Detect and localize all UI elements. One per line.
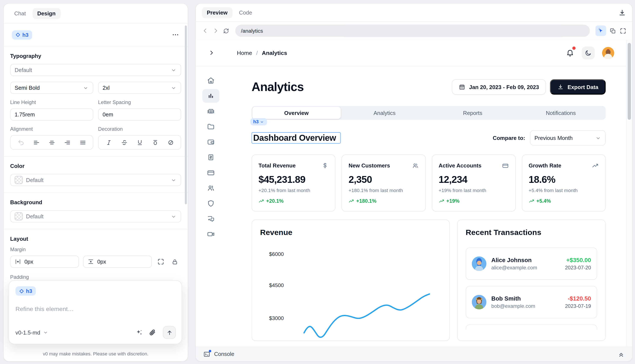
inspected-element-chip[interactable]: h3 bbox=[250, 118, 267, 126]
tab-analytics[interactable]: Analytics bbox=[341, 107, 429, 119]
stat-subtext: +5.4% from last month bbox=[529, 188, 599, 194]
trending-up-icon bbox=[349, 198, 354, 204]
letter-spacing-input[interactable]: 0em bbox=[98, 108, 181, 120]
copy-icon[interactable] bbox=[609, 27, 616, 34]
users-icon bbox=[412, 162, 419, 169]
revenue-chart-title: Revenue bbox=[260, 228, 441, 237]
avatar bbox=[472, 256, 487, 271]
diamond-icon bbox=[19, 288, 24, 294]
margin-x-value: 0px bbox=[24, 259, 33, 265]
sidebar-item-security[interactable] bbox=[202, 196, 219, 210]
preview-scrollbar[interactable] bbox=[626, 40, 632, 347]
font-weight-value: Semi Bold bbox=[15, 85, 40, 91]
transaction-row[interactable]: Alice Johnson alice@example.com +$350.00… bbox=[466, 248, 597, 280]
tab-preview[interactable]: Preview bbox=[202, 7, 232, 18]
font-size-select[interactable]: 2xl bbox=[98, 82, 181, 94]
sidebar-item-invoices[interactable] bbox=[202, 104, 219, 118]
nav-forward-icon[interactable] bbox=[212, 27, 219, 34]
console-bar[interactable]: Console bbox=[196, 347, 632, 361]
credit-card-icon bbox=[207, 169, 215, 177]
font-weight-select[interactable]: Semi Bold bbox=[10, 82, 93, 94]
italic-icon[interactable] bbox=[104, 137, 114, 148]
transaction-email: alice@example.com bbox=[491, 265, 537, 271]
sidebar-item-wallet[interactable] bbox=[202, 135, 219, 149]
send-button[interactable] bbox=[163, 326, 176, 339]
nav-back-icon[interactable] bbox=[201, 27, 209, 34]
font-family-select[interactable]: Default bbox=[10, 64, 181, 76]
inspect-cursor-icon[interactable] bbox=[595, 26, 606, 36]
download-icon[interactable] bbox=[618, 9, 626, 16]
refine-input[interactable]: Refine this element… bbox=[16, 305, 175, 312]
background-value: Default bbox=[26, 214, 43, 220]
margin-lock-icon[interactable] bbox=[170, 258, 180, 265]
console-label: Console bbox=[214, 351, 234, 357]
tab-notifications[interactable]: Notifications bbox=[517, 107, 605, 119]
sidebar-item-files[interactable] bbox=[202, 120, 219, 133]
user-avatar[interactable] bbox=[602, 47, 614, 59]
margin-expand-icon[interactable] bbox=[156, 258, 166, 265]
sparkles-icon[interactable] bbox=[135, 328, 143, 336]
underline-icon[interactable] bbox=[134, 137, 145, 148]
arrow-up-icon bbox=[166, 329, 173, 336]
align-left-icon[interactable] bbox=[31, 137, 42, 148]
chevron-down-icon bbox=[171, 177, 177, 183]
notifications-bell-icon[interactable] bbox=[566, 48, 574, 57]
chevron-down-icon bbox=[260, 120, 264, 124]
url-bar[interactable]: /analytics bbox=[235, 24, 590, 37]
left-panel-scrollbar[interactable] bbox=[185, 26, 187, 204]
sidebar-item-messages[interactable] bbox=[202, 212, 219, 226]
section-title: Dashboard Overview bbox=[253, 133, 336, 143]
selected-heading-outline[interactable]: Dashboard Overview bbox=[252, 132, 341, 144]
fullscreen-icon[interactable] bbox=[619, 27, 626, 34]
sidebar-item-cards[interactable] bbox=[202, 166, 219, 180]
bar-chart-icon bbox=[207, 92, 215, 100]
align-center-icon[interactable] bbox=[46, 137, 57, 148]
dollar-icon bbox=[322, 162, 329, 169]
tab-code[interactable]: Code bbox=[234, 7, 257, 18]
stat-label: Growth Rate bbox=[529, 162, 561, 168]
composer-element-chip[interactable]: h3 bbox=[16, 286, 36, 296]
strikethrough-icon[interactable] bbox=[119, 137, 130, 148]
stat-card-growth-rate: Growth Rate 18.6% +5.4% from last month … bbox=[522, 154, 606, 212]
model-select[interactable]: v0-1.5-md bbox=[16, 330, 48, 336]
date-range-button[interactable]: Jan 20, 2023 - Feb 09, 2023 bbox=[452, 79, 546, 95]
attach-icon[interactable] bbox=[149, 328, 156, 336]
compare-select[interactable]: Previous Month bbox=[530, 130, 606, 146]
selected-element-chip[interactable]: h3 bbox=[12, 30, 32, 40]
tab-reports[interactable]: Reports bbox=[429, 107, 517, 119]
sidebar-toggle-icon[interactable] bbox=[208, 49, 215, 56]
sidebar-item-home[interactable] bbox=[202, 74, 219, 87]
color-select[interactable]: Default bbox=[10, 174, 181, 186]
overline-icon[interactable] bbox=[150, 137, 161, 148]
console-badge-dot bbox=[209, 350, 211, 352]
margin-x-input[interactable]: 0px bbox=[10, 256, 79, 268]
sidebar-item-video[interactable] bbox=[202, 227, 219, 241]
sidebar-item-receipts[interactable] bbox=[202, 150, 219, 164]
breadcrumb-home[interactable]: Home bbox=[237, 50, 252, 56]
sidebar-item-analytics[interactable] bbox=[202, 89, 219, 103]
ellipsis-menu-icon[interactable] bbox=[171, 31, 180, 39]
transaction-amount: -$120.50 bbox=[565, 295, 591, 302]
revenue-chart-card: Revenue $6000 $4500 $3000 bbox=[252, 220, 450, 341]
export-data-button[interactable]: Export Data bbox=[550, 79, 606, 95]
no-decoration-icon[interactable] bbox=[165, 137, 176, 148]
align-justify-icon[interactable] bbox=[77, 137, 88, 148]
tab-design[interactable]: Design bbox=[32, 8, 60, 19]
transaction-row-partial bbox=[466, 324, 597, 330]
undo-icon[interactable] bbox=[16, 137, 26, 148]
align-right-icon[interactable] bbox=[62, 137, 73, 148]
background-select[interactable]: Default bbox=[10, 210, 181, 222]
stat-subtext: +20.1% from last month bbox=[258, 188, 329, 194]
refresh-icon[interactable] bbox=[223, 27, 229, 34]
sidebar-item-users[interactable] bbox=[202, 181, 219, 195]
scrollbar-thumb[interactable] bbox=[628, 43, 631, 120]
margin-y-input[interactable]: 0px bbox=[83, 256, 152, 268]
trending-up-icon bbox=[258, 198, 264, 204]
chevrons-up-icon[interactable] bbox=[617, 350, 625, 358]
transaction-row[interactable]: Bob Smith bob@example.com -$120.50 2023-… bbox=[466, 286, 597, 318]
tab-overview[interactable]: Overview bbox=[252, 107, 340, 119]
line-height-input[interactable]: 1.75rem bbox=[10, 108, 93, 120]
dark-mode-toggle[interactable] bbox=[582, 46, 595, 60]
chevron-down-icon bbox=[171, 67, 177, 73]
tab-chat[interactable]: Chat bbox=[10, 8, 31, 19]
